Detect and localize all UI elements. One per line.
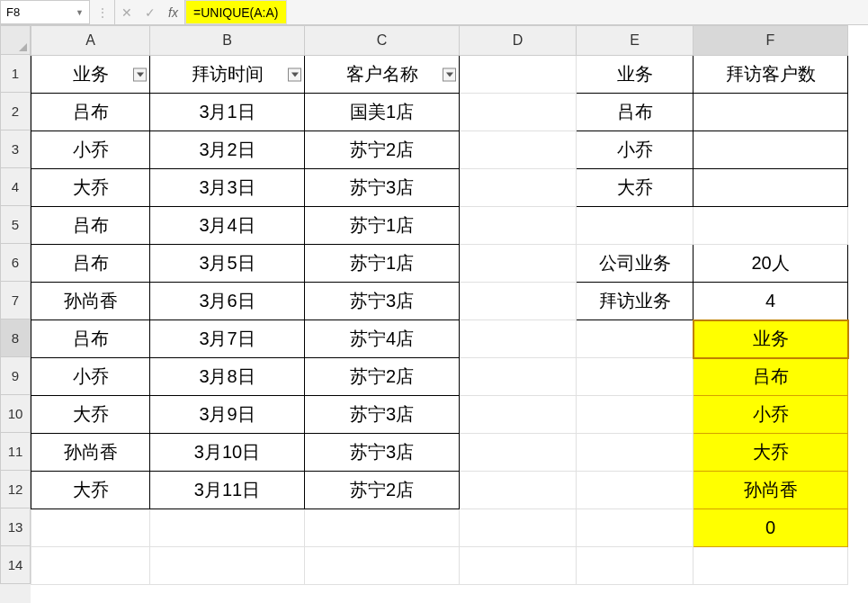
cell[interactable] [694, 207, 848, 245]
row-header[interactable]: 11 [0, 433, 31, 471]
filter-icon[interactable] [133, 68, 147, 81]
cell[interactable] [460, 245, 577, 283]
cell[interactable] [577, 320, 694, 358]
cell[interactable]: 苏宁1店 [305, 245, 460, 283]
cell[interactable] [694, 94, 848, 131]
cell[interactable]: 大乔 [577, 169, 694, 207]
filter-icon[interactable] [288, 68, 301, 81]
col-header[interactable]: B [150, 26, 305, 56]
cell[interactable] [460, 434, 577, 472]
cell[interactable]: 吕布 [31, 320, 150, 358]
row-header[interactable]: 3 [0, 130, 31, 168]
cell[interactable] [694, 169, 848, 207]
cell[interactable] [577, 207, 694, 245]
cell[interactable] [694, 131, 848, 169]
name-box[interactable]: F8 ▼ [0, 0, 90, 24]
cell[interactable]: 3月5日 [150, 245, 305, 283]
cell[interactable]: 大乔 [31, 169, 150, 207]
cell[interactable]: 吕布 [31, 207, 150, 245]
cell[interactable]: 拜访时间 [150, 56, 305, 94]
cell[interactable]: 业务 [31, 56, 150, 94]
cell[interactable]: 苏宁2店 [305, 358, 460, 396]
cell[interactable]: 大乔 [694, 434, 848, 472]
col-header[interactable]: D [460, 26, 577, 56]
cell[interactable] [460, 131, 577, 169]
cell[interactable]: 3月9日 [150, 396, 305, 434]
row-header[interactable]: 14 [0, 546, 31, 584]
cell[interactable] [31, 547, 150, 585]
col-header[interactable]: C [305, 26, 460, 56]
cell[interactable] [305, 547, 460, 585]
cell[interactable] [577, 509, 694, 547]
cell[interactable]: 苏宁3店 [305, 169, 460, 207]
cell[interactable]: 客户名称 [305, 56, 460, 94]
cell[interactable]: 孙尚香 [31, 283, 150, 320]
cell[interactable]: 小乔 [31, 358, 150, 396]
cell[interactable]: 20人 [694, 245, 848, 283]
col-header[interactable]: A [31, 26, 150, 56]
cell[interactable] [305, 509, 460, 547]
filter-icon[interactable] [443, 68, 456, 81]
row-header[interactable]: 13 [0, 508, 31, 546]
cell[interactable]: 3月11日 [150, 472, 305, 509]
cell[interactable]: 3月2日 [150, 131, 305, 169]
cell[interactable]: 业务 [577, 56, 694, 94]
select-all-corner[interactable] [0, 25, 31, 55]
cell[interactable]: 3月7日 [150, 320, 305, 358]
cell[interactable]: 苏宁2店 [305, 472, 460, 509]
cell[interactable] [577, 396, 694, 434]
active-cell[interactable]: 业务 [694, 320, 848, 358]
row-header[interactable]: 9 [0, 357, 31, 395]
col-header[interactable]: F [694, 26, 848, 56]
cell[interactable] [577, 434, 694, 472]
cell[interactable]: 苏宁1店 [305, 207, 460, 245]
cell[interactable]: 拜访客户数 [694, 56, 848, 94]
chevron-down-icon[interactable]: ▼ [76, 8, 84, 17]
cell[interactable]: 吕布 [31, 245, 150, 283]
cell[interactable] [460, 169, 577, 207]
cell[interactable] [694, 547, 848, 585]
cell[interactable]: 3月6日 [150, 283, 305, 320]
cell[interactable] [150, 547, 305, 585]
cell[interactable] [31, 509, 150, 547]
cell[interactable] [150, 509, 305, 547]
cell[interactable] [460, 509, 577, 547]
cell[interactable] [460, 396, 577, 434]
cell[interactable]: 3月1日 [150, 94, 305, 131]
cell[interactable]: 3月3日 [150, 169, 305, 207]
row-header[interactable]: 6 [0, 244, 31, 282]
cell[interactable]: 3月4日 [150, 207, 305, 245]
cell[interactable]: 苏宁2店 [305, 131, 460, 169]
cell[interactable]: 苏宁3店 [305, 396, 460, 434]
cell[interactable] [460, 94, 577, 131]
cell[interactable]: 小乔 [694, 396, 848, 434]
cell[interactable] [460, 547, 577, 585]
fx-icon[interactable]: fx [162, 0, 185, 24]
cell[interactable] [460, 283, 577, 320]
cell[interactable]: 吕布 [31, 94, 150, 131]
cell[interactable]: 吕布 [577, 94, 694, 131]
row-header[interactable]: 8 [0, 320, 31, 357]
cell[interactable]: 国美1店 [305, 94, 460, 131]
cell[interactable]: 苏宁3店 [305, 283, 460, 320]
cell[interactable] [577, 472, 694, 509]
row-header[interactable]: 10 [0, 395, 31, 433]
cell[interactable]: 苏宁4店 [305, 320, 460, 358]
col-header[interactable]: E [577, 26, 694, 56]
row-header[interactable]: 1 [0, 55, 31, 93]
cell[interactable] [460, 358, 577, 396]
cell[interactable]: 小乔 [577, 131, 694, 169]
cell[interactable]: 拜访业务 [577, 283, 694, 320]
cell[interactable]: 0 [694, 509, 848, 547]
cell[interactable]: 孙尚香 [694, 472, 848, 509]
row-header[interactable]: 4 [0, 168, 31, 206]
cell[interactable]: 大乔 [31, 396, 150, 434]
row-header[interactable]: 7 [0, 282, 31, 320]
cancel-icon[interactable]: ✕ [115, 0, 139, 24]
row-header[interactable]: 5 [0, 206, 31, 244]
cell[interactable]: 公司业务 [577, 245, 694, 283]
formula-input[interactable]: =UNIQUE(A:A) [185, 0, 287, 24]
row-header[interactable]: 12 [0, 471, 31, 508]
row-header[interactable]: 2 [0, 93, 31, 130]
cell[interactable] [460, 56, 577, 94]
